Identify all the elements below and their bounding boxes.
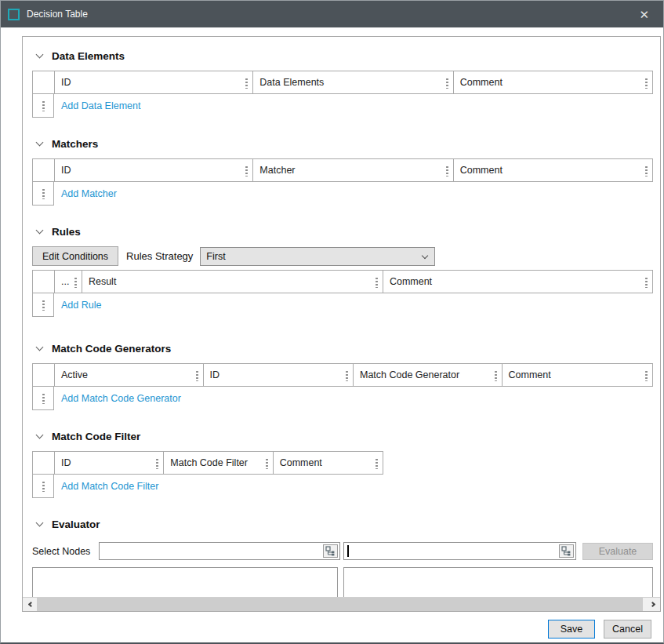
section-rules: Rules Edit Conditions Rules Strategy Fir…: [32, 224, 660, 317]
app-icon: [8, 9, 20, 20]
column-grip-icon[interactable]: [645, 370, 648, 381]
column-header-comment[interactable]: Comment: [454, 159, 652, 181]
row-handle-header-cell: [33, 364, 55, 386]
column-header-matcher[interactable]: Matcher: [253, 159, 453, 181]
data-elements-header[interactable]: Data Elements: [32, 48, 660, 64]
tree-icon: [561, 546, 571, 556]
add-matcher-row: Add Matcher: [32, 182, 660, 206]
chevron-down-icon: [36, 138, 44, 146]
column-header-id[interactable]: ID: [55, 71, 253, 93]
select-nodes-input-1[interactable]: [100, 543, 339, 559]
section-title: Rules: [52, 226, 81, 238]
row-handle-cell[interactable]: [32, 293, 54, 317]
column-header-comment[interactable]: Comment: [503, 364, 653, 386]
rules-table-header: ... Result Comment: [32, 270, 653, 293]
row-grip-icon[interactable]: [42, 188, 45, 199]
evaluator-header[interactable]: Evaluator: [32, 516, 660, 532]
row-grip-icon[interactable]: [42, 300, 45, 311]
section-data-elements: Data Elements ID Data Elements Comment A…: [32, 48, 660, 118]
save-button[interactable]: Save: [548, 620, 595, 639]
row-handle-cell[interactable]: [32, 387, 54, 410]
main-panel: Data Elements ID Data Elements Comment A…: [22, 36, 661, 612]
column-grip-icon[interactable]: [74, 277, 77, 288]
chevron-down-icon: [36, 343, 44, 351]
scrollbar-thumb[interactable]: [37, 598, 643, 611]
chevron-right-icon: [649, 602, 655, 607]
select-nodes-input-2-wrap: [343, 542, 576, 560]
column-header-data-elements[interactable]: Data Elements: [253, 71, 453, 93]
tree-icon: [325, 546, 336, 556]
column-header-match-code-generator[interactable]: Match Code Generator: [354, 364, 503, 386]
add-match-code-generator-link[interactable]: Add Match Code Generator: [54, 387, 181, 410]
rules-controls: Edit Conditions Rules Strategy First: [32, 246, 660, 266]
node-picker-button[interactable]: [559, 544, 574, 558]
column-grip-icon[interactable]: [245, 166, 248, 176]
row-grip-icon[interactable]: [42, 393, 45, 404]
match-code-filter-header[interactable]: Match Code Filter: [32, 428, 660, 444]
add-data-element-link[interactable]: Add Data Element: [54, 94, 140, 118]
add-matcher-link[interactable]: Add Matcher: [54, 182, 117, 206]
text-caret: [347, 545, 349, 557]
section-title: Data Elements: [52, 50, 125, 62]
column-grip-icon[interactable]: [446, 166, 448, 176]
matchers-header[interactable]: Matchers: [32, 136, 660, 151]
cancel-button[interactable]: Cancel: [604, 620, 651, 639]
horizontal-scrollbar[interactable]: [23, 597, 660, 611]
add-match-code-filter-link[interactable]: Add Match Code Filter: [54, 475, 158, 498]
panel-content: Data Elements ID Data Elements Comment A…: [23, 37, 660, 597]
row-grip-icon[interactable]: [42, 481, 45, 492]
row-handle-cell[interactable]: [32, 182, 54, 206]
close-icon[interactable]: ✕: [634, 5, 654, 24]
row-handle-cell[interactable]: [32, 475, 54, 498]
chevron-down-icon: [422, 252, 428, 258]
column-grip-icon[interactable]: [495, 370, 497, 381]
evaluate-button: Evaluate: [582, 543, 653, 560]
column-grip-icon[interactable]: [645, 78, 648, 89]
scroll-left-button[interactable]: [23, 598, 37, 611]
column-header-id[interactable]: ID: [204, 364, 354, 386]
column-grip-icon[interactable]: [346, 370, 348, 381]
column-header-active[interactable]: Active: [55, 364, 204, 386]
match-code-generators-header[interactable]: Match Code Generators: [32, 340, 660, 356]
column-header-id[interactable]: ID: [55, 452, 164, 474]
rules-strategy-value: First: [206, 251, 225, 262]
evaluator-output-left[interactable]: [32, 567, 338, 597]
column-header-comment[interactable]: Comment: [454, 71, 652, 93]
data-elements-table-header: ID Data Elements Comment: [32, 71, 653, 94]
evaluator-output-areas: [32, 567, 660, 597]
rules-header[interactable]: Rules: [32, 224, 660, 239]
column-header-match-code-filter[interactable]: Match Code Filter: [164, 452, 273, 474]
column-grip-icon[interactable]: [266, 458, 268, 469]
column-header-comment[interactable]: Comment: [383, 271, 652, 293]
column-grip-icon[interactable]: [376, 277, 378, 288]
column-grip-icon[interactable]: [645, 166, 648, 176]
edit-conditions-button[interactable]: Edit Conditions: [32, 246, 118, 266]
section-title: Matchers: [52, 138, 98, 150]
row-handle-header-cell: [33, 452, 55, 474]
evaluator-output-right[interactable]: [343, 567, 653, 597]
column-grip-icon[interactable]: [196, 370, 198, 381]
section-evaluator: Evaluator Select Nodes: [32, 516, 660, 597]
add-rule-link[interactable]: Add Rule: [54, 293, 101, 317]
column-grip-icon[interactable]: [156, 458, 158, 469]
column-header-result[interactable]: Result: [82, 271, 383, 293]
column-grip-icon[interactable]: [645, 277, 648, 288]
rules-strategy-select[interactable]: First: [200, 247, 435, 266]
column-header-id[interactable]: ID: [55, 159, 253, 181]
column-grip-icon[interactable]: [245, 78, 248, 89]
row-handle-cell[interactable]: [32, 94, 54, 118]
select-nodes-input-2[interactable]: [344, 543, 575, 559]
section-title: Match Code Filter: [52, 431, 140, 442]
column-grip-icon[interactable]: [376, 458, 378, 469]
add-data-element-row: Add Data Element: [32, 94, 660, 118]
row-grip-icon[interactable]: [42, 100, 45, 111]
column-header-conditions[interactable]: ...: [55, 271, 82, 293]
scroll-right-button[interactable]: [646, 598, 660, 611]
match-code-generators-table-header: Active ID Match Code Generator Comment: [32, 363, 653, 387]
add-match-code-generator-row: Add Match Code Generator: [32, 387, 660, 410]
column-grip-icon[interactable]: [446, 78, 448, 89]
node-picker-button[interactable]: [323, 544, 338, 558]
select-nodes-input-1-wrap: [99, 542, 340, 560]
column-header-comment[interactable]: Comment: [274, 452, 383, 474]
section-match-code-filter: Match Code Filter ID Match Code Filter C…: [32, 428, 660, 498]
